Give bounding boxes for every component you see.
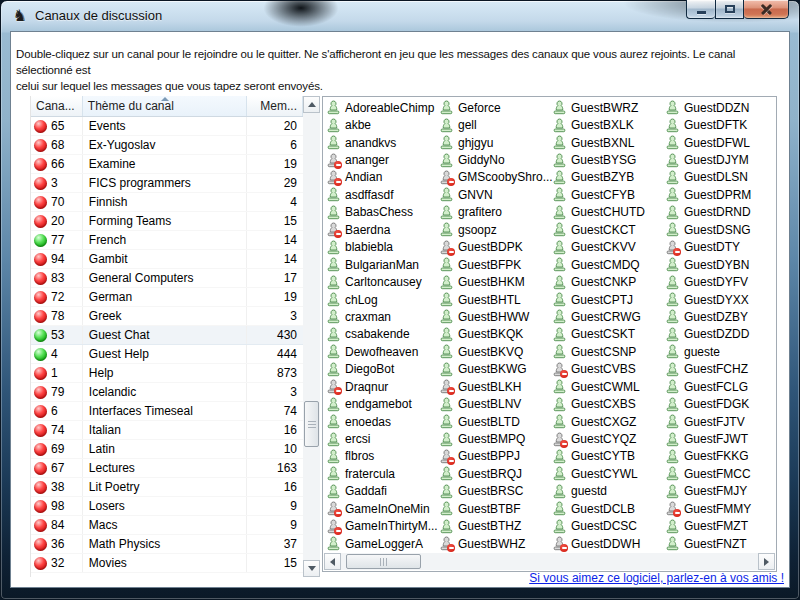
user-list-item[interactable]: GMScoobyShro... — [438, 169, 551, 186]
title-bar[interactable]: ♞ Canaux de discussion — [0, 0, 800, 31]
user-list-item[interactable]: GameLoggerA — [325, 535, 438, 552]
user-list-item[interactable]: GuestFJWT — [664, 430, 775, 447]
user-list-item[interactable]: guestd — [551, 483, 664, 500]
user-list-item[interactable]: GuestCKVV — [551, 239, 664, 256]
channel-row[interactable]: 68 Ex-Yugoslav 6 — [31, 136, 303, 155]
user-list-item[interactable]: fratercula — [325, 465, 438, 482]
horizontal-scroll-thumb[interactable] — [346, 554, 421, 569]
header-theme[interactable]: Thème du canal — [83, 96, 247, 116]
user-list-item[interactable]: craxman — [325, 308, 438, 325]
user-list-item[interactable]: anandkvs — [325, 134, 438, 151]
channel-row[interactable]: 36 Math Physics 37 — [31, 535, 303, 554]
user-list-item[interactable]: flbros — [325, 448, 438, 465]
user-list-item[interactable]: akbe — [325, 116, 438, 133]
user-list-item[interactable]: GuestBLTD — [438, 413, 551, 430]
user-list-item[interactable]: GuestFCHZ — [664, 361, 775, 378]
user-list-item[interactable]: GuestBWHZ — [438, 535, 551, 552]
user-list-item[interactable]: GuestBRQJ — [438, 465, 551, 482]
user-list-item[interactable]: GuestDZBY — [664, 308, 775, 325]
user-list-item[interactable]: GuestDFTK — [664, 116, 775, 133]
user-list-item[interactable]: GuestBPPJ — [438, 448, 551, 465]
user-list-item[interactable]: ananger — [325, 151, 438, 168]
user-list-item[interactable]: DiegoBot — [325, 361, 438, 378]
user-list-item[interactable]: AdoreableChimp — [325, 99, 438, 116]
channel-row[interactable]: 66 Examine 19 — [31, 155, 303, 174]
user-list-item[interactable]: GuestBYSG — [551, 151, 664, 168]
user-list-item[interactable]: GNVN — [438, 186, 551, 203]
scroll-down-button[interactable] — [303, 560, 320, 577]
channel-row[interactable]: 72 German 19 — [31, 288, 303, 307]
channel-row[interactable]: 6 Interfaces Timeseal 74 — [31, 402, 303, 421]
user-list-item[interactable]: GuestFMMY — [664, 500, 775, 517]
user-list-item[interactable]: GuestCSNP — [551, 343, 664, 360]
user-list-item[interactable]: GuestBKVQ — [438, 343, 551, 360]
user-list-item[interactable]: Draqnur — [325, 378, 438, 395]
user-list-item[interactable]: GuestBZYB — [551, 169, 664, 186]
channel-row[interactable]: 77 French 14 — [31, 231, 303, 250]
user-list-item[interactable]: GuestFMCC — [664, 465, 775, 482]
user-list-item[interactable]: GameInOneMin — [325, 500, 438, 517]
user-list-item[interactable]: GuestBLNV — [438, 395, 551, 412]
header-canal[interactable]: Cana... — [31, 96, 83, 116]
header-members[interactable]: Mem... — [247, 96, 303, 116]
user-list-item[interactable]: csabakende — [325, 326, 438, 343]
user-list-item[interactable]: GuestCYQZ — [551, 430, 664, 447]
user-list-item[interactable]: GuestFCLG — [664, 378, 775, 395]
user-list-item[interactable]: GuestCVBS — [551, 361, 664, 378]
user-list-item[interactable]: Geforce — [438, 99, 551, 116]
user-list-item[interactable]: Andian — [325, 169, 438, 186]
channel-row[interactable]: 78 Greek 3 — [31, 307, 303, 326]
vertical-scroll-track[interactable] — [303, 113, 320, 560]
user-list-item[interactable]: GuestDCSC — [551, 518, 664, 535]
channel-row[interactable]: 94 Gambit 14 — [31, 250, 303, 269]
channel-row[interactable]: 74 Italian 16 — [31, 421, 303, 440]
user-list-item[interactable]: GuestBHKM — [438, 273, 551, 290]
user-list-item[interactable]: GuestDCLB — [551, 500, 664, 517]
user-list-item[interactable]: Dewofheaven — [325, 343, 438, 360]
channel-row[interactable]: 65 Events 20 — [31, 117, 303, 136]
user-list-item[interactable]: chLog — [325, 291, 438, 308]
channel-row[interactable]: 4 Guest Help 444 — [31, 345, 303, 364]
user-list-item[interactable]: ercsi — [325, 430, 438, 447]
user-list-item[interactable]: GuestFNZT — [664, 535, 775, 552]
user-list-item[interactable]: BabasChess — [325, 204, 438, 221]
scroll-up-button[interactable] — [303, 96, 320, 113]
user-list-item[interactable]: GuestCMDQ — [551, 256, 664, 273]
user-list-item[interactable]: Carltoncausey — [325, 273, 438, 290]
channel-row[interactable]: 79 Icelandic 3 — [31, 383, 303, 402]
user-list-item[interactable]: GuestBTHZ — [438, 518, 551, 535]
user-list-item[interactable]: GuestDRND — [664, 204, 775, 221]
user-list-item[interactable]: GuestBXLK — [551, 116, 664, 133]
user-list-item[interactable]: GuestBKWG — [438, 361, 551, 378]
user-list-item[interactable]: GuestBDPK — [438, 239, 551, 256]
user-list-item[interactable]: GuestCRWG — [551, 308, 664, 325]
user-list-item[interactable]: gsoopz — [438, 221, 551, 238]
user-list-item[interactable]: GiddyNo — [438, 151, 551, 168]
user-list-item[interactable]: asdffasdf — [325, 186, 438, 203]
user-list-item[interactable]: GuestDDWH — [551, 535, 664, 552]
channel-row[interactable]: 38 Lit Poetry 16 — [31, 478, 303, 497]
close-button[interactable] — [744, 0, 789, 19]
user-list-item[interactable]: GuestBHTL — [438, 291, 551, 308]
user-list-item[interactable]: GuestCPTJ — [551, 291, 664, 308]
user-list-item[interactable]: GuestCXGZ — [551, 413, 664, 430]
user-list-item[interactable]: GuestDYBN — [664, 256, 775, 273]
channels-vertical-scrollbar[interactable] — [303, 96, 320, 577]
user-list-item[interactable]: GuestFKKG — [664, 448, 775, 465]
maximize-button[interactable] — [715, 0, 744, 19]
user-list-item[interactable]: gueste — [664, 343, 775, 360]
user-list-item[interactable]: GuestCXBS — [551, 395, 664, 412]
user-list-item[interactable]: GameInThirtyM... — [325, 518, 438, 535]
user-list-item[interactable]: GuestBTBF — [438, 500, 551, 517]
user-list-item[interactable]: enoedas — [325, 413, 438, 430]
user-list-item[interactable]: GuestDPRM — [664, 186, 775, 203]
user-list-item[interactable]: GuestFMZT — [664, 518, 775, 535]
user-list-item[interactable]: GuestBMPQ — [438, 430, 551, 447]
channel-row[interactable]: 83 General Computers 17 — [31, 269, 303, 288]
tell-your-friends-link[interactable]: Si vous aimez ce logiciel, parlez-en à v… — [529, 571, 784, 585]
user-list-item[interactable]: gell — [438, 116, 551, 133]
horizontal-scroll-track[interactable] — [341, 553, 758, 570]
channel-row[interactable]: 3 FICS programmers 29 — [31, 174, 303, 193]
user-list-item[interactable]: GuestBKQK — [438, 326, 551, 343]
user-list-item[interactable]: grafitero — [438, 204, 551, 221]
